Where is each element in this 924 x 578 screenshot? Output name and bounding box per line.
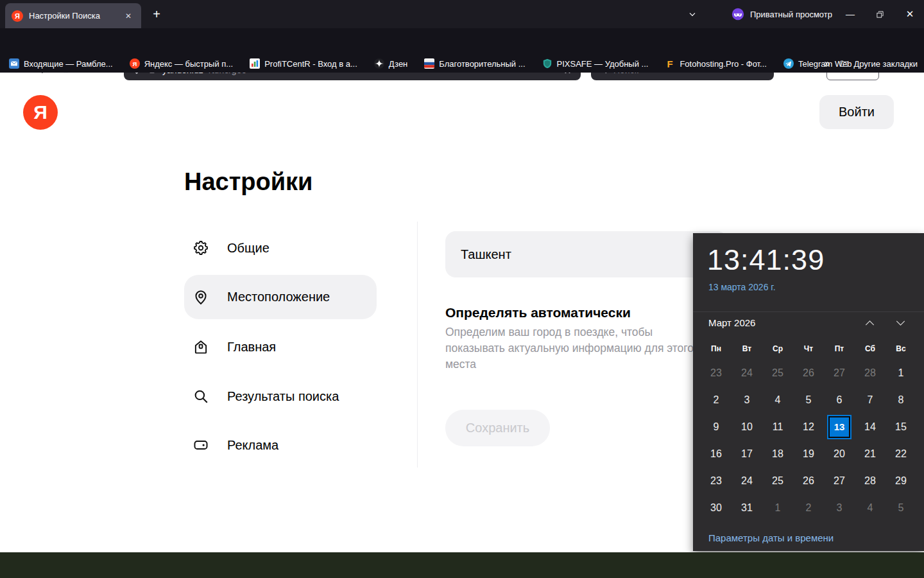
telegram-favicon bbox=[783, 58, 794, 69]
sidebar-item-general[interactable]: Общие bbox=[184, 231, 377, 265]
calendar-day[interactable]: 8 bbox=[886, 387, 916, 414]
selected-day-box: 13 bbox=[828, 416, 850, 438]
calendar-day-header: Ср bbox=[762, 341, 793, 356]
auto-detect-heading: Определять автоматически bbox=[445, 305, 631, 320]
calendar-day[interactable]: 27 bbox=[824, 468, 855, 495]
bookmark-item[interactable]: ProfiTCentR - Вход в а... bbox=[250, 58, 357, 69]
calendar-day[interactable]: 2 bbox=[793, 495, 824, 521]
private-mask-icon bbox=[732, 8, 744, 21]
svg-text:F: F bbox=[667, 58, 673, 69]
browser-tab-bar: Я Настройки Поиска ✕ + Приватный просмот… bbox=[0, 0, 924, 28]
calendar-day[interactable]: 1 bbox=[762, 495, 793, 521]
calendar-day[interactable]: 7 bbox=[855, 387, 886, 414]
calendar-day[interactable]: 25 bbox=[762, 360, 793, 387]
calendar-day[interactable]: 3 bbox=[824, 495, 855, 521]
vertical-divider bbox=[417, 222, 418, 468]
calendar-day[interactable]: 27 bbox=[824, 360, 855, 387]
dzen-favicon bbox=[374, 58, 384, 69]
folder-icon bbox=[839, 59, 849, 68]
bookmark-item[interactable]: Благотворительный ... bbox=[424, 58, 525, 69]
calendar-day[interactable]: 23 bbox=[701, 468, 732, 495]
sidebar-item-label: Результаты поиска bbox=[227, 389, 339, 404]
calendar-day[interactable]: 6 bbox=[824, 387, 855, 414]
calendar-day[interactable]: 9 bbox=[701, 414, 732, 441]
calendar-next-month-icon[interactable] bbox=[889, 317, 911, 329]
calendar-day[interactable]: 3 bbox=[732, 387, 762, 414]
sidebar-item-label: Реклама bbox=[227, 438, 278, 453]
bookmark-label: Входящие — Рамбле... bbox=[24, 59, 113, 69]
calendar-day[interactable]: 11 bbox=[762, 414, 793, 441]
calendar-day-header: Вс bbox=[886, 341, 916, 356]
calendar-day[interactable]: 23 bbox=[701, 360, 732, 387]
calendar-day[interactable]: 5 bbox=[793, 387, 824, 414]
bookmark-item[interactable]: FFotohosting.Pro - Фот... bbox=[665, 58, 767, 69]
bookmark-item[interactable]: PIXSAFE — Удобный ... bbox=[542, 58, 649, 69]
bookmark-item[interactable]: ЯЯндекс — быстрый п... bbox=[130, 58, 234, 69]
sidebar-item-location[interactable]: Местоположение bbox=[184, 275, 377, 319]
yandex-favicon: Я bbox=[12, 10, 23, 22]
calendar-day[interactable]: 17 bbox=[732, 441, 762, 468]
calendar-day-header: Сб bbox=[855, 341, 886, 356]
close-window-button[interactable]: ✕ bbox=[897, 0, 923, 28]
save-button[interactable]: Сохранить bbox=[445, 410, 550, 446]
calendar-day[interactable]: 10 bbox=[732, 414, 762, 441]
bookmark-item[interactable]: Дзен bbox=[374, 58, 407, 69]
calendar-day[interactable]: 31 bbox=[732, 495, 762, 521]
calendar-day[interactable]: 24 bbox=[732, 360, 762, 387]
calendar-day[interactable]: 16 bbox=[701, 441, 732, 468]
calendar-day[interactable]: 19 bbox=[793, 441, 824, 468]
calendar-day[interactable]: 18 bbox=[762, 441, 793, 468]
calendar-day[interactable]: 24 bbox=[732, 468, 762, 495]
private-browsing-badge: Приватный просмотр bbox=[732, 0, 832, 28]
flag-favicon bbox=[424, 58, 434, 69]
calendar-day[interactable]: 20 bbox=[824, 441, 855, 468]
calendar-day[interactable]: 12 bbox=[793, 414, 824, 441]
bookmarks-bar: Входящие — Рамбле...ЯЯндекс — быстрый п.… bbox=[0, 55, 924, 73]
calendar-day[interactable]: 4 bbox=[762, 387, 793, 414]
bookmark-item[interactable]: Входящие — Рамбле... bbox=[9, 58, 113, 69]
sidebar-item-ads[interactable]: Реклама bbox=[184, 428, 377, 462]
calendar-day[interactable]: 15 bbox=[886, 414, 916, 441]
other-bookmarks-label: Другие закладки bbox=[853, 59, 918, 69]
chart-favicon bbox=[250, 58, 260, 69]
new-tab-button[interactable]: + bbox=[148, 6, 166, 24]
calendar-day[interactable]: 30 bbox=[701, 495, 732, 521]
calendar-day[interactable]: 2 bbox=[701, 387, 732, 414]
sidebar-item-search-results[interactable]: Результаты поиска bbox=[184, 380, 377, 413]
city-input[interactable]: Ташкент bbox=[445, 231, 728, 277]
calendar-day[interactable]: 25 bbox=[762, 468, 793, 495]
other-bookmarks-button[interactable]: Другие закладки bbox=[839, 59, 918, 69]
restore-button[interactable] bbox=[868, 0, 892, 28]
auto-detect-description: Определим ваш город в поездке, чтобы пок… bbox=[445, 324, 701, 372]
private-badge-label: Приватный просмотр bbox=[750, 10, 832, 19]
calendar-day[interactable]: 22 bbox=[886, 441, 916, 468]
calendar-day[interactable]: 28 bbox=[855, 468, 886, 495]
tab-list-chevron-icon[interactable] bbox=[681, 0, 703, 28]
bookmarks-overflow-icon[interactable]: » bbox=[824, 58, 830, 69]
page-signin-button[interactable]: Войти bbox=[819, 95, 894, 129]
bookmark-label: Дзен bbox=[389, 59, 407, 69]
flyout-date: 13 марта 2026 г. bbox=[708, 282, 776, 292]
calendar-day[interactable]: 29 bbox=[886, 468, 916, 495]
sidebar-item-label: Главная bbox=[227, 340, 276, 355]
yandex-logo[interactable]: Я bbox=[23, 95, 58, 130]
calendar-day[interactable]: 5 bbox=[886, 495, 916, 521]
calendar-day[interactable]: 4 bbox=[855, 495, 886, 521]
calendar-day[interactable]: 1 bbox=[886, 360, 916, 387]
calendar-day[interactable]: 14 bbox=[855, 414, 886, 441]
calendar-day-selected[interactable]: 13 bbox=[824, 414, 855, 441]
bookmark-label: Fotohosting.Pro - Фот... bbox=[680, 59, 767, 69]
sidebar-item-main[interactable]: Главная bbox=[184, 330, 377, 363]
calendar-day[interactable]: 21 bbox=[855, 441, 886, 468]
minimize-button[interactable]: — bbox=[838, 0, 862, 28]
tab-close-icon[interactable]: ✕ bbox=[122, 10, 135, 22]
calendar-prev-month-icon[interactable] bbox=[859, 317, 880, 329]
pin-icon bbox=[193, 289, 209, 306]
calendar-day[interactable]: 28 bbox=[855, 360, 886, 387]
date-time-settings-link[interactable]: Параметры даты и времени bbox=[708, 532, 834, 543]
svg-text:Я: Я bbox=[132, 60, 137, 67]
bookmark-label: Благотворительный ... bbox=[439, 59, 525, 69]
calendar-day[interactable]: 26 bbox=[793, 360, 824, 387]
browser-tab[interactable]: Я Настройки Поиска ✕ bbox=[5, 3, 141, 28]
calendar-day[interactable]: 26 bbox=[793, 468, 824, 495]
